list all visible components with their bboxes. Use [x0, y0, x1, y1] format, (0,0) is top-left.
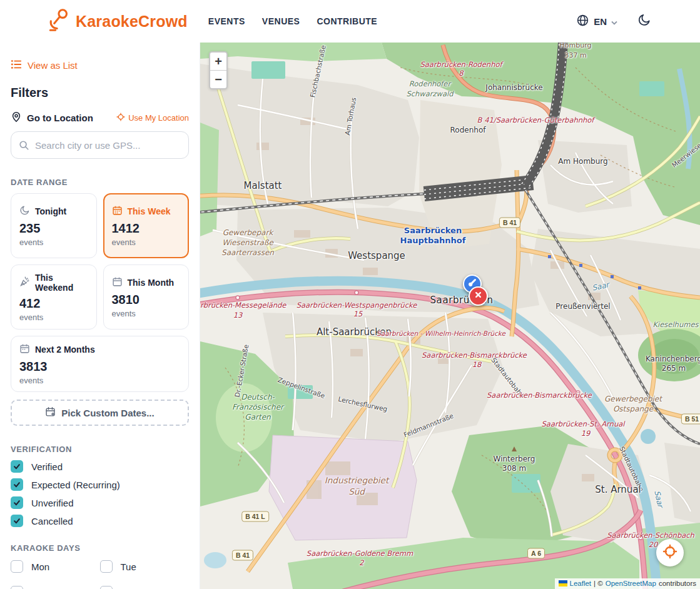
checkbox-unchecked[interactable] [11, 560, 23, 573]
use-my-location-label: Use My Location [128, 113, 189, 123]
verification-list: Verified Expected (Recurring) Unverified… [11, 460, 189, 527]
date-option-this-month[interactable]: This Month 3810 events [103, 264, 190, 330]
globe-icon [576, 14, 589, 29]
calendar-icon [112, 205, 123, 218]
checkbox-unchecked[interactable] [11, 586, 23, 589]
zoom-in-button[interactable]: + [210, 53, 226, 70]
main: View as List Filters Go to Location [0, 43, 700, 589]
checkbox-label: Expected (Recurring) [31, 480, 120, 490]
locate-me-button[interactable] [656, 539, 684, 566]
checkbox-checked-icon[interactable] [11, 478, 23, 491]
map-attribution: Leaflet | © OpenStreetMap contributors [555, 578, 700, 589]
checkbox-label: Verified [31, 461, 63, 472]
filter-cancelled[interactable]: Cancelled [11, 515, 189, 527]
map-pin-icon [11, 111, 22, 124]
pick-custom-dates-button[interactable]: Pick Custom Dates... [11, 400, 189, 426]
crosshair-target-icon [662, 544, 677, 561]
go-to-location-label: Go to Location [27, 113, 93, 123]
karaoke-days-title: KARAOKE DAYS [11, 543, 189, 553]
language-label: EN [594, 16, 607, 27]
date-option-unit: events [112, 238, 181, 247]
date-range-title: DATE RANGE [11, 178, 189, 187]
filter-verified[interactable]: Verified [11, 460, 189, 473]
filter-unverified[interactable]: Unverified [11, 496, 189, 509]
date-option-count: 1412 [112, 221, 181, 236]
filter-expected-recurring[interactable]: Expected (Recurring) [11, 478, 189, 491]
date-option-count: 3810 [112, 293, 181, 307]
brand-name: KaraokeCrowd [76, 13, 188, 31]
date-option-this-weekend[interactable]: This Weekend 412 events [11, 264, 97, 330]
nav-contribute[interactable]: CONTRIBUTE [317, 16, 377, 26]
header: KaraokeCrowd EVENTS VENUES CONTRIBUTE EN [0, 0, 700, 43]
checkbox-unchecked[interactable] [100, 560, 113, 573]
ukraine-flag-icon [559, 580, 567, 586]
attribution-copyright: | © [594, 580, 603, 587]
karaoke-days-grid: Mon Tue Wed Thu [11, 560, 189, 589]
go-to-location: Go to Location [11, 111, 93, 124]
day-mon[interactable]: Mon [11, 560, 100, 573]
moon-icon [637, 13, 651, 29]
app: KaraokeCrowd EVENTS VENUES CONTRIBUTE EN [0, 0, 700, 589]
crosshair-icon [116, 113, 125, 123]
date-option-tonight[interactable]: Tonight 235 events [11, 193, 97, 258]
party-popper-icon [19, 276, 30, 289]
date-option-this-week[interactable]: This Week 1412 events [103, 193, 190, 258]
search-input[interactable] [11, 131, 189, 159]
date-option-label: Tonight [35, 206, 66, 216]
day-thu[interactable]: Thu [100, 586, 190, 589]
day-tue[interactable]: Tue [100, 560, 190, 573]
date-range-grid: Tonight 235 events T [11, 193, 189, 392]
date-option-unit: events [19, 238, 88, 247]
checkbox-label: Mon [31, 561, 49, 572]
date-option-next-2-months[interactable]: Next 2 Months 3813 events [11, 336, 189, 392]
pick-custom-dates-label: Pick Custom Dates... [61, 408, 154, 418]
moon-icon [19, 205, 30, 218]
checkbox-label: Wed [31, 587, 51, 589]
date-option-unit: events [19, 313, 88, 322]
checkbox-unchecked[interactable] [100, 586, 113, 589]
filters-title: Filters [11, 86, 189, 100]
main-nav: EVENTS VENUES CONTRIBUTE [208, 16, 377, 26]
chevron-down-icon [611, 16, 617, 27]
location-search [11, 131, 189, 159]
map-container[interactable]: Homburg337 mSaarbrücken-Rodenhof8Fischba… [200, 43, 700, 589]
nav-events[interactable]: EVENTS [208, 16, 245, 26]
date-option-count: 412 [19, 296, 88, 311]
date-option-count: 235 [19, 221, 88, 236]
microphone-logo-icon [47, 8, 69, 35]
brand[interactable]: KaraokeCrowd [47, 8, 188, 35]
nav-venues[interactable]: VENUES [262, 16, 300, 26]
day-wed[interactable]: Wed [11, 586, 100, 589]
zoom-out-button[interactable]: − [210, 70, 226, 88]
search-icon [18, 139, 29, 153]
view-as-list-label: View as List [28, 60, 78, 71]
checkbox-checked-icon[interactable] [11, 515, 23, 527]
attribution-contributors: contributors [659, 580, 696, 587]
location-row: Go to Location Use My Location [11, 111, 189, 124]
x-icon [474, 290, 483, 302]
date-option-label: This Week [128, 206, 171, 216]
calendar-plus-icon [45, 406, 56, 419]
calendar-range-icon [19, 343, 30, 356]
verification-title: VERIFICATION [11, 445, 189, 454]
date-option-unit: events [19, 376, 180, 385]
date-option-unit: events [112, 309, 181, 318]
date-option-label: Next 2 Months [35, 345, 95, 355]
language-selector[interactable]: EN [576, 14, 617, 29]
use-my-location-button[interactable]: Use My Location [116, 113, 189, 123]
checkbox-label: Thu [121, 587, 137, 589]
cancelled-marker[interactable] [469, 286, 488, 306]
checkbox-checked-icon[interactable] [11, 460, 23, 473]
map-canvas[interactable] [200, 43, 700, 589]
checkbox-label: Cancelled [31, 516, 73, 526]
osm-link[interactable]: OpenStreetMap [606, 580, 656, 587]
checkbox-checked-icon[interactable] [11, 496, 23, 509]
list-icon [11, 59, 22, 72]
view-as-list-button[interactable]: View as List [11, 59, 189, 72]
dark-mode-toggle[interactable] [637, 13, 651, 29]
checkbox-label: Tue [121, 561, 136, 572]
filters-sidebar: View as List Filters Go to Location [0, 43, 200, 589]
leaflet-link[interactable]: Leaflet [570, 580, 592, 587]
date-option-label: This Weekend [35, 273, 88, 293]
zoom-control: + − [209, 51, 228, 89]
